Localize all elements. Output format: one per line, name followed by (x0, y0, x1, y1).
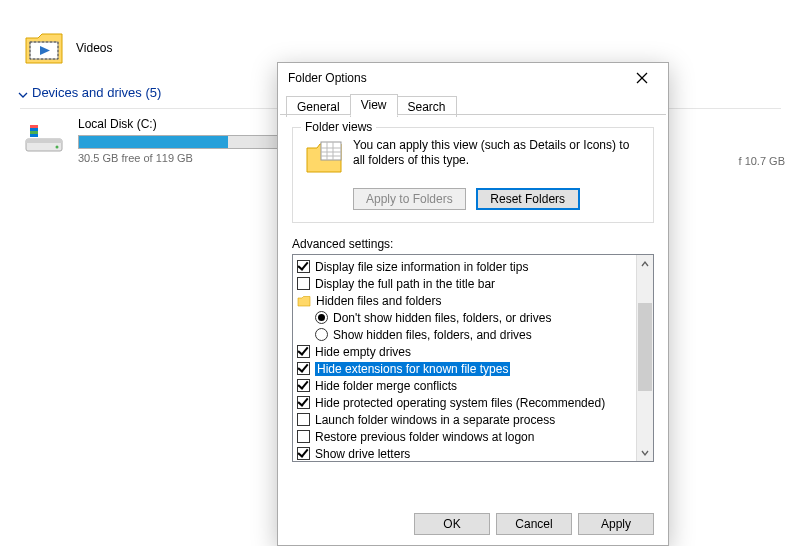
folder-options-dialog: Folder Options General View Search Folde… (277, 62, 669, 546)
scroll-up-button[interactable] (637, 255, 653, 272)
checkbox-icon[interactable] (297, 362, 310, 375)
adv-item-11[interactable]: Show drive letters (295, 445, 634, 461)
adv-item-6[interactable]: Hide extensions for known file types (295, 360, 634, 377)
adv-item-5[interactable]: Hide empty drives (295, 343, 634, 360)
adv-item-label: Launch folder windows in a separate proc… (315, 413, 555, 427)
dialog-button-row: OK Cancel Apply (414, 513, 654, 535)
dialog-title: Folder Options (288, 71, 367, 85)
svg-point-5 (56, 146, 59, 149)
adv-item-4[interactable]: Show hidden files, folders, and drives (313, 326, 634, 343)
adv-item-9[interactable]: Launch folder windows in a separate proc… (295, 411, 634, 428)
folder-row-videos[interactable]: Videos (24, 30, 777, 65)
checkbox-icon[interactable] (297, 260, 310, 273)
svg-rect-7 (30, 125, 38, 128)
apply-button[interactable]: Apply (578, 513, 654, 535)
drive-usage-fill (79, 136, 228, 148)
adv-item-3[interactable]: Don't show hidden files, folders, or dri… (313, 309, 634, 326)
checkbox-icon[interactable] (297, 447, 310, 460)
adv-item-label: Hide empty drives (315, 345, 411, 359)
scroll-down-button[interactable] (637, 444, 653, 461)
folder-views-icon (305, 138, 343, 176)
adv-item-10[interactable]: Restore previous folder windows at logon (295, 428, 634, 445)
adv-item-label: Show hidden files, folders, and drives (333, 328, 532, 342)
adv-item-1[interactable]: Display the full path in the title bar (295, 275, 634, 292)
ok-button[interactable]: OK (414, 513, 490, 535)
close-icon (636, 72, 648, 84)
adv-item-label: Hide extensions for known file types (315, 362, 510, 376)
checkbox-icon[interactable] (297, 345, 310, 358)
chevron-down-icon (18, 88, 28, 98)
close-button[interactable] (622, 64, 662, 92)
folder-views-text: You can apply this view (such as Details… (353, 138, 641, 168)
checkbox-icon[interactable] (297, 396, 310, 409)
checkbox-icon[interactable] (297, 430, 310, 443)
svg-rect-8 (30, 131, 38, 134)
videos-label: Videos (76, 41, 112, 55)
adv-item-8[interactable]: Hide protected operating system files (R… (295, 394, 634, 411)
folder-icon (297, 295, 311, 307)
scrollbar[interactable] (636, 255, 653, 461)
adv-item-label: Restore previous folder windows at logon (315, 430, 534, 444)
apply-to-folders-button: Apply to Folders (353, 188, 466, 210)
adv-item-label: Display file size information in folder … (315, 260, 528, 274)
scroll-thumb[interactable] (638, 303, 652, 391)
titlebar: Folder Options (278, 63, 668, 93)
svg-rect-4 (26, 139, 62, 143)
reset-folders-button[interactable]: Reset Folders (476, 188, 580, 210)
svg-rect-11 (321, 142, 341, 160)
advanced-settings-list[interactable]: Display file size information in folder … (293, 255, 636, 461)
local-disk-icon (24, 117, 64, 155)
adv-item-label: Hidden files and folders (316, 294, 441, 308)
folder-views-legend: Folder views (301, 120, 376, 134)
drive-usage-bar (78, 135, 278, 149)
adv-item-label: Hide protected operating system files (R… (315, 396, 605, 410)
advanced-settings-box: Display file size information in folder … (292, 254, 654, 462)
radio-icon[interactable] (315, 311, 328, 324)
cancel-button[interactable]: Cancel (496, 513, 572, 535)
tab-bar: General View Search (278, 93, 668, 115)
tab-view[interactable]: View (350, 94, 398, 116)
radio-icon[interactable] (315, 328, 328, 341)
adv-item-2[interactable]: Hidden files and folders (295, 292, 634, 309)
adv-item-label: Don't show hidden files, folders, or dri… (333, 311, 551, 325)
checkbox-icon[interactable] (297, 379, 310, 392)
adv-item-0[interactable]: Display file size information in folder … (295, 258, 634, 275)
tab-underline (280, 114, 666, 115)
tab-view-body: Folder views You can apply this view (su… (278, 115, 668, 472)
adv-item-7[interactable]: Hide folder merge conflicts (295, 377, 634, 394)
advanced-settings-label: Advanced settings: (292, 237, 654, 251)
adv-item-label: Display the full path in the title bar (315, 277, 495, 291)
checkbox-icon[interactable] (297, 277, 310, 290)
checkbox-icon[interactable] (297, 413, 310, 426)
adv-item-label: Show drive letters (315, 447, 410, 461)
adv-item-label: Hide folder merge conflicts (315, 379, 457, 393)
partial-drive-text: f 10.7 GB (739, 155, 785, 167)
folder-views-group: Folder views You can apply this view (su… (292, 127, 654, 223)
section-label: Devices and drives (5) (32, 85, 161, 100)
videos-folder-icon (24, 30, 64, 65)
